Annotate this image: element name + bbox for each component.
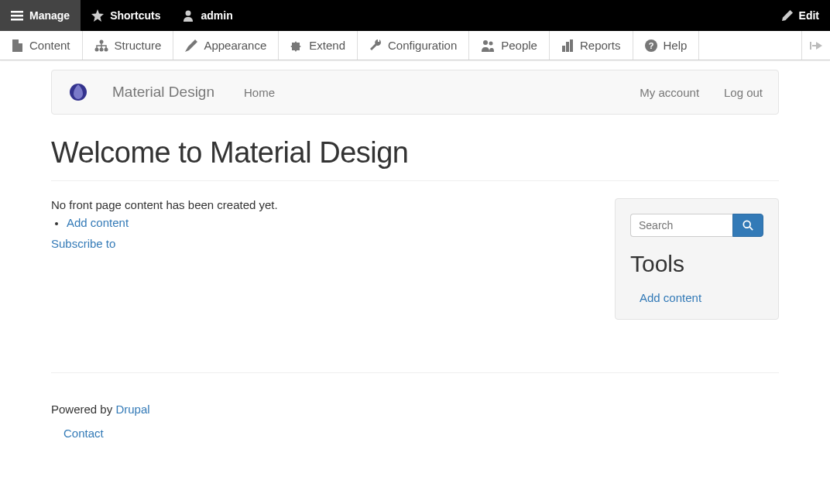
tools-heading: Tools	[630, 251, 763, 277]
svg-point-7	[99, 47, 103, 51]
no-content-message: No front page content has been created y…	[51, 198, 592, 211]
powered-by: Powered by Drupal	[51, 403, 779, 416]
puzzle-icon	[290, 39, 303, 52]
help-icon: ?	[645, 39, 657, 52]
edit-button[interactable]: Edit	[771, 0, 830, 31]
shortcuts-label: Shortcuts	[110, 9, 160, 22]
topbar-left: Manage Shortcuts admin	[0, 0, 244, 31]
svg-point-8	[104, 47, 108, 51]
manage-label: Manage	[29, 9, 70, 22]
list-item: Add content	[67, 216, 592, 229]
svg-rect-2	[11, 19, 23, 21]
arrow-left-icon	[810, 41, 822, 50]
admin-reports[interactable]: Reports	[550, 31, 633, 60]
drupal-link[interactable]: Drupal	[115, 403, 149, 416]
main-content: No front page content has been created y…	[51, 198, 592, 320]
search-form	[630, 214, 763, 237]
svg-point-6	[94, 47, 98, 51]
admin-structure[interactable]: Structure	[83, 31, 174, 60]
svg-point-20	[743, 221, 750, 228]
shortcuts-button[interactable]: Shortcuts	[81, 0, 171, 31]
svg-rect-11	[562, 46, 565, 52]
site-header: Material Design Home My account Log out	[51, 70, 779, 115]
user-icon	[182, 9, 194, 22]
file-icon	[12, 39, 23, 52]
svg-marker-3	[91, 9, 104, 22]
search-input[interactable]	[630, 214, 732, 237]
admin-content[interactable]: Content	[0, 31, 83, 60]
svg-rect-1	[11, 15, 23, 17]
svg-rect-16	[810, 42, 811, 50]
footer: Powered by Drupal Contact	[51, 373, 779, 455]
svg-point-9	[483, 40, 488, 45]
subscribe-link[interactable]: Subscribe to	[51, 237, 115, 250]
add-content-link[interactable]: Add content	[67, 216, 129, 229]
pencil-icon	[782, 10, 793, 21]
admin-configuration[interactable]: Configuration	[358, 31, 469, 60]
people-icon	[481, 39, 495, 52]
svg-text:?: ?	[648, 41, 653, 50]
contact-link[interactable]: Contact	[63, 427, 104, 440]
top-toolbar: Manage Shortcuts admin Edit	[0, 0, 830, 31]
star-icon	[91, 9, 104, 22]
my-account-link[interactable]: My account	[640, 86, 699, 99]
page-title: Welcome to Material Design	[51, 136, 779, 170]
svg-rect-13	[570, 39, 573, 52]
search-icon	[743, 220, 753, 231]
user-button[interactable]: admin	[171, 0, 243, 31]
svg-rect-12	[566, 42, 569, 52]
admin-extend[interactable]: Extend	[279, 31, 358, 60]
sidebar: Tools Add content	[615, 198, 779, 320]
hierarchy-icon	[94, 39, 108, 52]
divider	[51, 180, 779, 181]
bar-chart-icon	[561, 39, 574, 52]
user-label: admin	[201, 9, 232, 22]
logout-link[interactable]: Log out	[724, 86, 763, 99]
tools-add-content-link[interactable]: Add content	[630, 291, 763, 304]
svg-rect-18	[812, 45, 818, 46]
svg-line-21	[749, 227, 753, 230]
site-name[interactable]: Material Design	[112, 84, 214, 101]
admin-help[interactable]: ? Help	[633, 31, 700, 60]
site-logo[interactable]	[67, 81, 89, 103]
paintbrush-icon	[185, 39, 197, 52]
edit-label: Edit	[799, 9, 819, 22]
wrench-icon	[369, 39, 382, 52]
collapse-toolbar-button[interactable]	[801, 31, 830, 60]
admin-toolbar: Content Structure Appearance Extend Conf…	[0, 31, 830, 60]
search-button[interactable]	[732, 214, 763, 237]
hamburger-icon	[11, 9, 23, 22]
admin-appearance[interactable]: Appearance	[173, 31, 279, 60]
svg-point-4	[186, 11, 191, 16]
svg-point-10	[489, 41, 493, 45]
nav-home[interactable]: Home	[244, 86, 275, 99]
manage-button[interactable]: Manage	[0, 0, 81, 31]
admin-people[interactable]: People	[469, 31, 550, 60]
svg-rect-0	[11, 11, 23, 13]
svg-point-5	[99, 39, 103, 43]
